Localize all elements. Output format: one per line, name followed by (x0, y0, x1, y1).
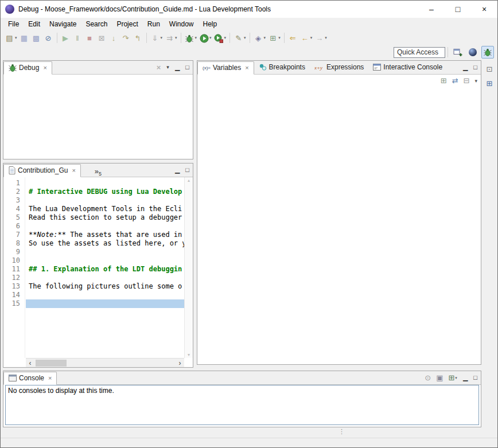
menu-window[interactable]: Window (165, 18, 199, 30)
sash-grip[interactable]: ⋮ (339, 428, 345, 435)
show-type-names-icon[interactable]: ⊞ (441, 76, 447, 85)
maximize-view-icon[interactable]: □ (473, 64, 477, 71)
close-tab-icon[interactable]: × (43, 64, 46, 71)
step-over-button[interactable]: ↷ (120, 32, 132, 44)
display-console-icon[interactable]: ▣ (436, 373, 443, 382)
skip-breakpoints-button[interactable]: ⊘ (42, 32, 55, 44)
tab-label: Variables (213, 64, 241, 72)
scroll-right-icon[interactable]: › (176, 359, 184, 367)
menu-run[interactable]: Run (143, 18, 165, 30)
close-window-button[interactable]: × (471, 1, 497, 18)
menu-project[interactable]: Project (112, 18, 142, 30)
editor-tabbar: Contribution_Gu × » 5 ▁ □ (3, 163, 193, 177)
resume-button[interactable]: ▶ (60, 32, 72, 44)
dropdown-chevron-icon[interactable]: ▾ (161, 36, 163, 40)
step-return-button[interactable]: ↰ (132, 32, 144, 44)
maximize-view-icon[interactable]: □ (185, 167, 189, 173)
minimize-view-icon[interactable]: ▁ (175, 167, 180, 173)
variables-content: ⊞⇄⊟▾ (197, 75, 481, 364)
back-button[interactable]: ←▾ (299, 32, 314, 44)
editor-horizontal-scrollbar[interactable]: ‹ › (26, 358, 184, 367)
pin-console-icon[interactable]: ⊙ (425, 373, 431, 382)
maximize-view-icon[interactable]: □ (185, 64, 189, 71)
line-number: 10 (3, 256, 20, 265)
menu-help[interactable]: Help (199, 18, 222, 30)
scroll-up-icon[interactable]: ▴ (185, 178, 193, 183)
restore-views-icon[interactable]: ⊡ (487, 65, 493, 73)
interactive-console-icon (373, 64, 381, 71)
new-button[interactable]: ▤▾ (3, 32, 18, 44)
horizontal-scroll-thumb[interactable] (36, 360, 67, 367)
close-tab-icon[interactable]: × (245, 64, 248, 71)
drop-to-frame-button[interactable]: ⇓▾ (149, 32, 164, 44)
remove-terminated-icon[interactable]: × (157, 64, 161, 71)
dropdown-chevron-icon[interactable]: ▾ (209, 36, 212, 40)
tab-console[interactable]: Console × (3, 372, 57, 385)
save-all-button[interactable]: ▩ (30, 32, 42, 44)
dropdown-chevron-icon[interactable]: ▾ (325, 36, 327, 40)
minimize-view-icon[interactable]: ▁ (175, 64, 180, 71)
tab-variables[interactable]: (x)=Variables× (197, 61, 254, 75)
perspective-ldt-button[interactable] (466, 46, 479, 59)
run-button[interactable]: ▾ (198, 32, 213, 44)
quick-access-input[interactable]: Quick Access (394, 47, 445, 58)
minimize-window-button[interactable]: – (418, 1, 445, 18)
dropdown-chevron-icon[interactable]: ▾ (264, 36, 266, 40)
step-filters-button[interactable]: ⇉▾ (164, 32, 178, 44)
tab-debug[interactable]: Debug × (3, 61, 52, 75)
disconnect-button[interactable]: ⊠ (96, 32, 108, 44)
dropdown-chevron-icon[interactable]: ▾ (195, 36, 197, 40)
code-line: **Note:** The assets that are used in (26, 231, 184, 239)
line-number: 7 (3, 231, 20, 239)
last-edit-location-button[interactable]: ⇐ (287, 32, 299, 44)
dropdown-chevron-icon[interactable]: ▾ (278, 36, 281, 40)
show-logical-structures-icon[interactable]: ⇄ (452, 76, 458, 85)
menu-search[interactable]: Search (81, 18, 112, 30)
suspend-button[interactable]: ‖ (72, 32, 84, 44)
perspective-debug-button[interactable] (481, 46, 494, 59)
tab-interactive-console[interactable]: Interactive Console (368, 61, 447, 74)
view-menu-icon[interactable]: ▾ (474, 78, 477, 84)
editor-text-area[interactable]: # Interactive DEBUG using Lua DevelopThe… (26, 177, 184, 358)
editor-vertical-scrollbar[interactable]: ▴ ▾ (184, 177, 193, 358)
open-type-button[interactable]: ◈▾ (252, 32, 267, 44)
minimized-view-icon[interactable]: ⊞ (487, 79, 493, 88)
step-into-button[interactable]: ↓ (108, 32, 120, 44)
dropdown-chevron-icon[interactable]: ▾ (175, 36, 177, 40)
maximize-view-icon[interactable]: □ (473, 375, 477, 381)
scroll-down-icon[interactable]: ▾ (185, 352, 193, 357)
minimize-view-icon[interactable]: ▁ (463, 64, 468, 71)
dropdown-chevron-icon[interactable]: ▾ (244, 36, 246, 40)
variables-panel: (x)=Variables×Breakpointsx+yExpressionsI… (197, 60, 481, 365)
console-message: No consoles to display at this time. (8, 387, 114, 395)
external-tools-button[interactable]: ✎▾ (232, 32, 247, 44)
tab-breakpoints[interactable]: Breakpoints (254, 61, 310, 74)
debug-button[interactable]: ▾ (184, 32, 199, 44)
minimize-view-icon[interactable]: ▁ (463, 375, 468, 381)
open-perspective-icon[interactable] (452, 46, 464, 59)
coverage-button[interactable]: ▾ (213, 32, 228, 44)
terminate-button[interactable]: ■ (84, 32, 96, 44)
open-console-icon[interactable]: ⊞▾ (448, 373, 457, 382)
menu-edit[interactable]: Edit (24, 18, 45, 30)
dropdown-chevron-icon[interactable]: ▾ (15, 36, 17, 40)
tab-contribution-guide[interactable]: Contribution_Gu × (3, 164, 81, 177)
collapse-all-icon[interactable]: ⊟ (464, 76, 470, 85)
maximize-window-button[interactable]: □ (445, 1, 471, 18)
dropdown-chevron-icon[interactable]: ▾ (310, 36, 313, 40)
code-line (26, 274, 184, 282)
forward-button[interactable]: →▾ (313, 32, 328, 44)
scroll-left-icon[interactable]: ‹ (26, 359, 34, 367)
view-menu-icon[interactable]: ▾ (166, 65, 169, 70)
tab-expressions[interactable]: x+yExpressions (310, 61, 368, 74)
line-number-ruler[interactable]: 123456789101112131415 (3, 177, 25, 358)
dropdown-chevron-icon[interactable]: ▾ (224, 36, 227, 40)
hidden-tabs-indicator[interactable]: » 5 (95, 167, 102, 177)
close-tab-icon[interactable]: × (72, 167, 75, 174)
save-button[interactable]: ▦ (18, 32, 30, 44)
dropdown-chevron-icon[interactable]: ▾ (455, 376, 457, 380)
menu-file[interactable]: File (3, 18, 24, 30)
close-tab-icon[interactable]: × (48, 375, 52, 381)
menu-navigate[interactable]: Navigate (45, 18, 81, 30)
new-view-button[interactable]: ⊞▾ (267, 32, 282, 44)
